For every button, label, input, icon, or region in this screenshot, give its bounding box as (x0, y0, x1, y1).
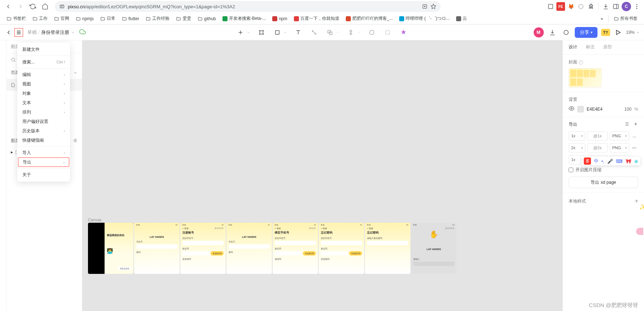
export-row-action[interactable]: — (631, 145, 637, 150)
mask-tool[interactable] (367, 27, 377, 37)
export-row-action[interactable]: ... (631, 133, 637, 138)
bookmark-item[interactable]: github (195, 14, 219, 23)
hamburger-menu-button[interactable] (14, 28, 23, 37)
ime-lang[interactable]: 中 (594, 158, 599, 164)
tab-annotate[interactable]: 标注 (586, 44, 595, 51)
menu-about[interactable]: 关于 (17, 170, 70, 179)
ext-fox-icon[interactable]: 🦊 (566, 2, 575, 11)
nav-forward-icon[interactable] (15, 1, 26, 12)
download-icon[interactable] (601, 2, 610, 11)
menu-history[interactable]: 历史版本› (17, 126, 70, 135)
text-tool[interactable] (293, 27, 303, 37)
install-app-icon[interactable] (422, 4, 428, 9)
frame-3[interactable]: 8:41••• < 登录 验证码登录 注册账号 您的手机号 验证码 发送验证码 … (180, 223, 226, 274)
bookmark-item[interactable]: 百度一下，你就知道 (291, 14, 342, 23)
frame-2[interactable]: 8:41••• LAY HANDS 手机号 密码 (134, 223, 180, 274)
app-back-button[interactable] (4, 28, 13, 37)
menu-new-file[interactable]: 新建文件 (17, 45, 70, 54)
export-suffix-input[interactable]: @2x (587, 143, 608, 152)
cover-thumbnail[interactable] (569, 68, 602, 88)
export-button[interactable]: 导出 xd page (569, 177, 638, 188)
add-style-icon[interactable]: + (635, 198, 638, 204)
bookmark-item[interactable]: npm (269, 14, 290, 23)
menu-object[interactable]: 对象› (17, 89, 70, 98)
menu-text[interactable]: 文本› (17, 98, 70, 107)
ime-punct-icon[interactable]: •, (601, 159, 604, 164)
menu-export[interactable]: 导出› (18, 157, 69, 167)
bookmark-item[interactable]: 肥肥吖吖吖的博客_... (343, 14, 396, 23)
bookmark-item[interactable]: 书签栏 (4, 14, 29, 23)
chevron-down-icon[interactable] (71, 30, 75, 35)
info-icon[interactable]: i (579, 60, 583, 65)
bookmark-item[interactable]: 开发者搜索-Beta-... (220, 14, 269, 23)
sync-status-icon[interactable] (79, 28, 86, 36)
export-scale-select[interactable]: 2x▾ (569, 143, 585, 152)
crumb-file[interactable]: 身份登录注册 (41, 29, 69, 36)
bookmark-item[interactable]: npmjs (73, 14, 97, 23)
frame-1[interactable]: 请选择您的身份 👩‍💻 我是志愿员 (88, 223, 133, 274)
sidepanel-icon[interactable] (612, 2, 620, 11)
color-hex[interactable]: E4E4E4 (587, 107, 614, 112)
ext-fe-icon[interactable]: FE (556, 2, 565, 11)
site-settings-icon[interactable] (59, 4, 65, 9)
tab-design[interactable]: 设计 (569, 44, 577, 51)
nav-reload-icon[interactable] (27, 1, 38, 12)
export-icon[interactable] (547, 27, 557, 37)
frame-tool[interactable] (256, 27, 266, 37)
export-suffix-input[interactable]: @1x (587, 131, 608, 141)
extensions-icon[interactable] (587, 2, 595, 11)
sparkle-icon[interactable]: ✨ (639, 204, 644, 210)
ext-icon-1[interactable] (546, 2, 555, 11)
component-tool-dropdown[interactable] (357, 31, 361, 34)
present-button[interactable] (614, 28, 622, 37)
opacity-value[interactable]: 100 (617, 107, 631, 112)
bookmark-item[interactable]: 工作 (30, 14, 50, 23)
visibility-icon[interactable] (569, 106, 574, 112)
menu-import[interactable]: 导入› (17, 148, 70, 157)
plugins-tool[interactable] (398, 27, 409, 37)
compress-checkbox-row[interactable]: 开启图片压缩 (569, 167, 638, 173)
ext-icon-4[interactable] (577, 2, 585, 11)
shape-tool[interactable] (272, 27, 282, 37)
menu-search[interactable]: 搜索...Ctrl / (17, 57, 70, 67)
connector-tool[interactable] (309, 27, 319, 37)
bookmark-item[interactable]: 云 (453, 14, 470, 23)
add-export-icon[interactable] (633, 121, 638, 128)
bookmarks-overflow-icon[interactable]: » (597, 16, 606, 21)
share-button[interactable]: 分享▾ (575, 27, 597, 38)
export-scale-select[interactable]: 1x▾ (569, 131, 585, 141)
export-format-select[interactable]: PNG▾ (610, 143, 629, 152)
bookmark-item[interactable]: 日常 (97, 14, 118, 23)
crumb-draft[interactable]: 草稿 (27, 29, 37, 36)
bookmark-item[interactable]: 官网 (51, 14, 72, 23)
menu-view[interactable]: 视图› (17, 79, 70, 89)
ime-more-icon[interactable]: ⊕ (634, 159, 638, 164)
url-bar[interactable]: pixso.cn/app/editor/LezOGFLewiyqinc5GRM_… (55, 1, 441, 12)
ime-keyboard-icon[interactable]: ⌨ (616, 159, 623, 164)
boolean-tool-dropdown[interactable] (336, 31, 340, 34)
frame-8[interactable]: 8:41••• 验证码登录 ✋ LAY HANDS 请输入 (411, 223, 456, 274)
shape-tool-dropdown[interactable] (283, 31, 287, 34)
export-format-select[interactable]: PNG▾ (610, 131, 629, 141)
menu-arrange[interactable]: 排列› (17, 107, 70, 117)
menu-preferences[interactable]: 用户偏好设置 (17, 117, 70, 126)
menu-shortcuts[interactable]: 快捷键指南 (17, 135, 70, 145)
component-tool[interactable] (346, 27, 356, 37)
canvas[interactable]: Canvas 请选择您的身份 👩‍💻 我是志愿员 8:41••• LAY HAN… (82, 40, 563, 311)
add-tool-dropdown[interactable] (246, 31, 251, 34)
slice-tool[interactable] (383, 27, 393, 37)
profile-avatar[interactable]: C (622, 2, 631, 11)
tips-badge[interactable]: T? (601, 29, 610, 36)
frame-5[interactable]: 8:41••• < 登录 密码登录 绑定手机号 您的手机号 验证码 发送验证码 … (273, 223, 318, 274)
user-avatar[interactable]: M (534, 27, 544, 37)
bookmark-star-icon[interactable] (431, 4, 436, 9)
bookmark-item[interactable]: flutter (119, 14, 142, 23)
ime-skin-icon[interactable]: 🎀 (626, 159, 631, 164)
tab-prototype[interactable]: 原型 (603, 44, 612, 51)
compress-checkbox[interactable] (569, 168, 573, 172)
menu-edit[interactable]: 编辑› (17, 70, 70, 79)
comment-icon[interactable] (561, 27, 571, 37)
boolean-tool[interactable] (325, 27, 335, 37)
ime-toolbar[interactable]: S 中 •, 🎤 ⌨ 🎀 ⊕ (582, 157, 640, 165)
nav-home-icon[interactable] (40, 1, 50, 12)
